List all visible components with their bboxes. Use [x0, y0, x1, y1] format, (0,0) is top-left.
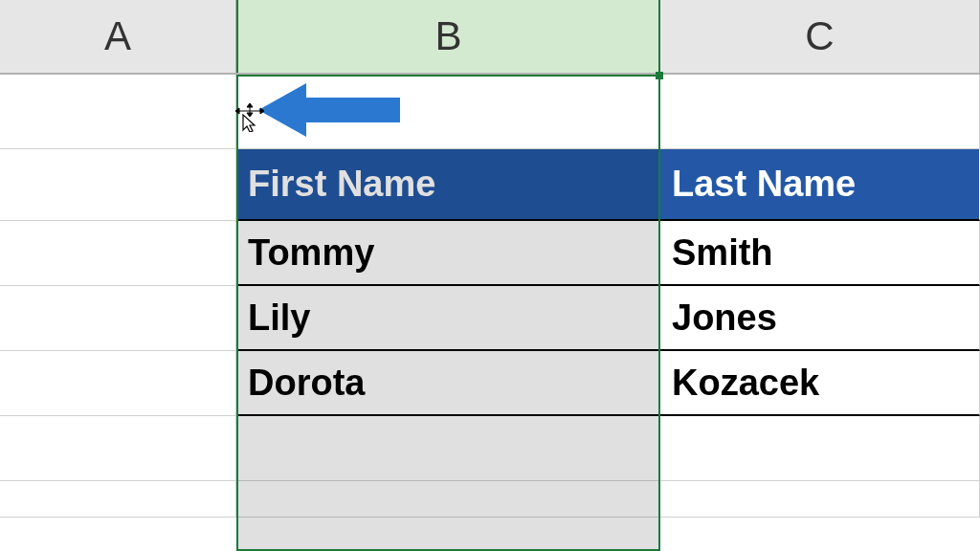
table-header-last-name[interactable]: Last Name [660, 149, 980, 221]
row-1 [0, 75, 980, 149]
grid-body: First Name Last Name Tommy Smith Lily Jo… [0, 75, 980, 518]
cell-a3[interactable] [0, 221, 236, 286]
cell-first-name-1[interactable]: Lily [236, 286, 660, 351]
column-headers-row: A B C [0, 0, 980, 75]
cell-a5[interactable] [0, 351, 236, 416]
cell-a2[interactable] [0, 149, 236, 221]
spreadsheet-grid[interactable]: A B C First Name Last Name Tommy Smith L… [0, 0, 980, 551]
cell-a7[interactable] [0, 481, 236, 518]
cell-last-name-0[interactable]: Smith [660, 221, 980, 286]
cell-last-name-2[interactable]: Kozacek [660, 351, 980, 416]
cell-c1[interactable] [660, 75, 980, 149]
row-3: Tommy Smith [0, 221, 980, 286]
row-7 [0, 481, 980, 518]
row-5: Dorota Kozacek [0, 351, 980, 416]
cell-c7[interactable] [660, 481, 980, 518]
cell-b1[interactable] [236, 75, 660, 149]
row-2: First Name Last Name [0, 149, 980, 221]
cell-a4[interactable] [0, 286, 236, 351]
cell-c6[interactable] [660, 416, 980, 481]
row-6 [0, 416, 980, 481]
table-header-first-name[interactable]: First Name [236, 149, 660, 221]
cell-last-name-1[interactable]: Jones [660, 286, 980, 351]
cell-first-name-0[interactable]: Tommy [236, 221, 660, 286]
column-header-c[interactable]: C [660, 0, 980, 73]
cell-b7[interactable] [236, 481, 660, 518]
column-header-a[interactable]: A [0, 0, 236, 73]
column-header-b[interactable]: B [236, 0, 660, 73]
row-4: Lily Jones [0, 286, 980, 351]
cell-first-name-2[interactable]: Dorota [236, 351, 660, 416]
cell-a6[interactable] [0, 416, 236, 481]
cell-b6[interactable] [236, 416, 660, 481]
cell-a1[interactable] [0, 75, 236, 149]
fill-handle[interactable] [656, 72, 663, 79]
